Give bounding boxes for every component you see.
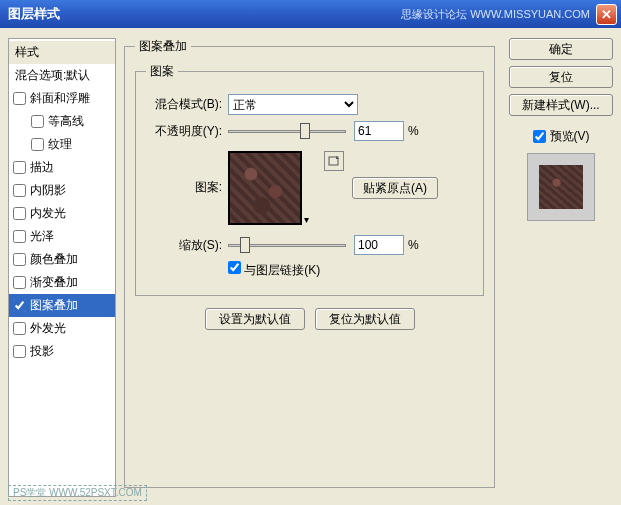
- preview-swatch: [539, 165, 583, 209]
- brand-text: 思缘设计论坛 WWW.MISSYUAN.COM: [401, 7, 590, 22]
- pattern-picker[interactable]: [228, 151, 302, 225]
- sidebar-item-0[interactable]: 斜面和浮雕: [9, 87, 115, 110]
- pattern-label: 图案:: [146, 179, 222, 196]
- pattern-inner-group: 图案 混合模式(B): 正常 不透明度(Y): % 图案:: [135, 63, 484, 296]
- titlebar: 图层样式 思缘设计论坛 WWW.MISSYUAN.COM ✕: [0, 0, 621, 28]
- sidebar-checkbox-1[interactable]: [31, 115, 44, 128]
- sidebar-item-6[interactable]: 光泽: [9, 225, 115, 248]
- pattern-dropdown-arrow[interactable]: [302, 151, 316, 225]
- sidebar-label-5: 内发光: [30, 205, 66, 222]
- sidebar-item-5[interactable]: 内发光: [9, 202, 115, 225]
- sidebar-item-2[interactable]: 纹理: [9, 133, 115, 156]
- opacity-slider[interactable]: [228, 121, 346, 141]
- opacity-input[interactable]: [354, 121, 404, 141]
- sidebar-item-8[interactable]: 渐变叠加: [9, 271, 115, 294]
- new-pattern-icon[interactable]: [324, 151, 344, 171]
- sidebar-label-6: 光泽: [30, 228, 54, 245]
- new-style-button[interactable]: 新建样式(W)...: [509, 94, 613, 116]
- sidebar-label-1: 等高线: [48, 113, 84, 130]
- outer-legend: 图案叠加: [135, 38, 191, 55]
- set-default-button[interactable]: 设置为默认值: [205, 308, 305, 330]
- scale-slider[interactable]: [228, 235, 346, 255]
- sidebar-label-3: 描边: [30, 159, 54, 176]
- link-with-layer[interactable]: 与图层链接(K): [228, 261, 320, 279]
- reset-button[interactable]: 复位: [509, 66, 613, 88]
- sidebar-label-7: 颜色叠加: [30, 251, 78, 268]
- sidebar-blend-default[interactable]: 混合选项:默认: [9, 64, 115, 87]
- footer-watermark: PS学堂 WWW.52PSXT.COM: [8, 485, 147, 501]
- sidebar-item-3[interactable]: 描边: [9, 156, 115, 179]
- window-title: 图层样式: [8, 5, 60, 23]
- sidebar-label-11: 投影: [30, 343, 54, 360]
- sidebar-label-8: 渐变叠加: [30, 274, 78, 291]
- sidebar-checkbox-9[interactable]: [13, 299, 26, 312]
- opacity-pct: %: [408, 124, 419, 138]
- sidebar-item-1[interactable]: 等高线: [9, 110, 115, 133]
- sidebar-checkbox-2[interactable]: [31, 138, 44, 151]
- ok-button[interactable]: 确定: [509, 38, 613, 60]
- sidebar-checkbox-7[interactable]: [13, 253, 26, 266]
- styles-sidebar: 样式 混合选项:默认 斜面和浮雕等高线纹理描边内阴影内发光光泽颜色叠加渐变叠加图…: [8, 38, 116, 497]
- sidebar-label-2: 纹理: [48, 136, 72, 153]
- preview-toggle[interactable]: 预览(V): [509, 128, 613, 145]
- sidebar-item-7[interactable]: 颜色叠加: [9, 248, 115, 271]
- sidebar-checkbox-3[interactable]: [13, 161, 26, 174]
- sidebar-label-9: 图案叠加: [30, 297, 78, 314]
- scale-input[interactable]: [354, 235, 404, 255]
- sidebar-checkbox-6[interactable]: [13, 230, 26, 243]
- sidebar-item-4[interactable]: 内阴影: [9, 179, 115, 202]
- preview-box: [527, 153, 595, 221]
- opacity-label: 不透明度(Y):: [146, 123, 222, 140]
- sidebar-label-0: 斜面和浮雕: [30, 90, 90, 107]
- snap-origin-button[interactable]: 贴紧原点(A): [352, 177, 438, 199]
- blend-mode-select[interactable]: 正常: [228, 94, 358, 115]
- preview-checkbox[interactable]: [533, 130, 546, 143]
- sidebar-label-10: 外发光: [30, 320, 66, 337]
- sidebar-item-11[interactable]: 投影: [9, 340, 115, 363]
- sidebar-item-9[interactable]: 图案叠加: [9, 294, 115, 317]
- sidebar-header[interactable]: 样式: [9, 41, 115, 64]
- scale-pct: %: [408, 238, 419, 252]
- sidebar-checkbox-8[interactable]: [13, 276, 26, 289]
- reset-default-button[interactable]: 复位为默认值: [315, 308, 415, 330]
- sidebar-checkbox-5[interactable]: [13, 207, 26, 220]
- blend-mode-label: 混合模式(B):: [146, 96, 222, 113]
- close-button[interactable]: ✕: [596, 4, 617, 25]
- sidebar-checkbox-4[interactable]: [13, 184, 26, 197]
- sidebar-item-10[interactable]: 外发光: [9, 317, 115, 340]
- link-checkbox[interactable]: [228, 261, 241, 274]
- scale-label: 缩放(S):: [146, 237, 222, 254]
- inner-legend: 图案: [146, 63, 178, 80]
- sidebar-checkbox-11[interactable]: [13, 345, 26, 358]
- pattern-overlay-group: 图案叠加 图案 混合模式(B): 正常 不透明度(Y): %: [124, 38, 495, 488]
- sidebar-checkbox-10[interactable]: [13, 322, 26, 335]
- sidebar-label-4: 内阴影: [30, 182, 66, 199]
- sidebar-checkbox-0[interactable]: [13, 92, 26, 105]
